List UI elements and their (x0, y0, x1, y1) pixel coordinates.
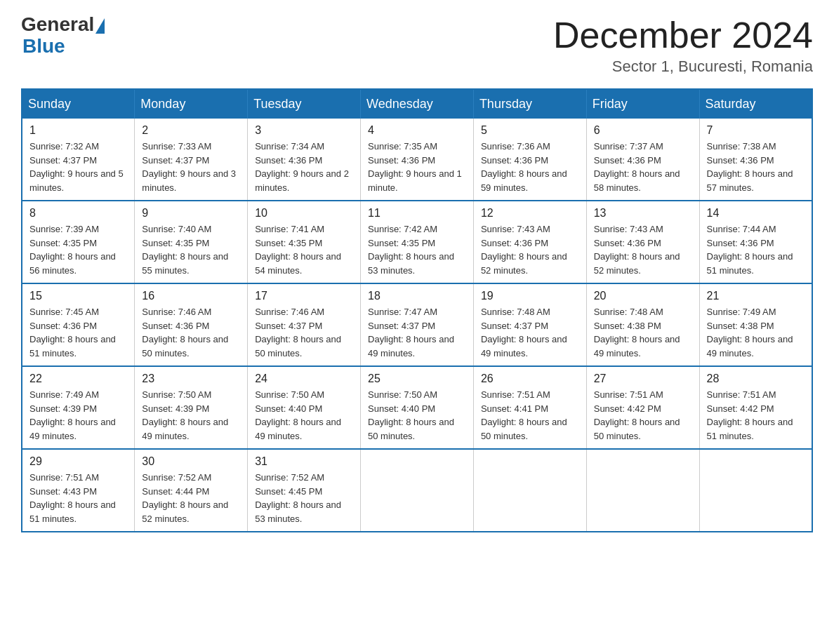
cell-week1-day1: 2 Sunrise: 7:33 AM Sunset: 4:37 PM Dayli… (135, 119, 248, 201)
day-number: 19 (481, 290, 579, 302)
day-number: 6 (594, 124, 692, 137)
day-number: 13 (594, 207, 692, 220)
day-info: Sunrise: 7:38 AM Sunset: 4:36 PM Dayligh… (707, 140, 805, 194)
day-info: Sunrise: 7:44 AM Sunset: 4:36 PM Dayligh… (707, 222, 805, 277)
day-info: Sunrise: 7:40 AM Sunset: 4:35 PM Dayligh… (142, 222, 240, 277)
day-number: 16 (142, 290, 240, 302)
day-number: 1 (29, 124, 127, 137)
day-number: 8 (29, 207, 127, 220)
cell-week5-day1: 30 Sunrise: 7:52 AM Sunset: 4:44 PM Dayl… (135, 449, 248, 532)
calendar-header-right: December 2024 Sector 1, Bucuresti, Roman… (553, 14, 813, 76)
day-info: Sunrise: 7:41 AM Sunset: 4:35 PM Dayligh… (255, 222, 353, 277)
day-info: Sunrise: 7:52 AM Sunset: 4:44 PM Dayligh… (142, 471, 240, 525)
cell-week5-day4 (473, 449, 586, 532)
day-info: Sunrise: 7:46 AM Sunset: 4:36 PM Dayligh… (142, 305, 240, 360)
cell-week2-day6: 14 Sunrise: 7:44 AM Sunset: 4:36 PM Dayl… (699, 201, 812, 283)
cell-week5-day6 (699, 449, 812, 532)
day-info: Sunrise: 7:36 AM Sunset: 4:36 PM Dayligh… (481, 140, 579, 194)
day-info: Sunrise: 7:52 AM Sunset: 4:45 PM Dayligh… (255, 471, 353, 525)
day-info: Sunrise: 7:51 AM Sunset: 4:43 PM Dayligh… (29, 471, 127, 525)
col-saturday: Saturday (699, 89, 812, 119)
day-info: Sunrise: 7:47 AM Sunset: 4:37 PM Dayligh… (368, 305, 466, 360)
day-info: Sunrise: 7:42 AM Sunset: 4:35 PM Dayligh… (368, 222, 466, 277)
day-number: 17 (255, 290, 353, 302)
day-number: 27 (594, 373, 692, 385)
day-number: 20 (594, 290, 692, 302)
cell-week3-day6: 21 Sunrise: 7:49 AM Sunset: 4:38 PM Dayl… (699, 283, 812, 366)
day-info: Sunrise: 7:50 AM Sunset: 4:39 PM Dayligh… (142, 388, 240, 443)
day-info: Sunrise: 7:43 AM Sunset: 4:36 PM Dayligh… (481, 222, 579, 277)
day-info: Sunrise: 7:43 AM Sunset: 4:36 PM Dayligh… (594, 222, 692, 277)
calendar-location: Sector 1, Bucuresti, Romania (553, 58, 813, 76)
logo-general-label: General (21, 14, 94, 36)
cell-week4-day5: 27 Sunrise: 7:51 AM Sunset: 4:42 PM Dayl… (586, 366, 699, 449)
col-friday: Friday (586, 89, 699, 119)
day-info: Sunrise: 7:45 AM Sunset: 4:36 PM Dayligh… (29, 305, 127, 360)
cell-week2-day1: 9 Sunrise: 7:40 AM Sunset: 4:35 PM Dayli… (135, 201, 248, 283)
day-info: Sunrise: 7:51 AM Sunset: 4:42 PM Dayligh… (594, 388, 692, 443)
day-info: Sunrise: 7:50 AM Sunset: 4:40 PM Dayligh… (255, 388, 353, 443)
calendar-header-row: Sunday Monday Tuesday Wednesday Thursday… (22, 89, 812, 119)
logo-triangle-icon (95, 18, 105, 34)
day-number: 11 (368, 207, 466, 220)
day-info: Sunrise: 7:50 AM Sunset: 4:40 PM Dayligh… (368, 388, 466, 443)
cell-week2-day3: 11 Sunrise: 7:42 AM Sunset: 4:35 PM Dayl… (361, 201, 474, 283)
day-number: 10 (255, 207, 353, 220)
day-number: 26 (481, 373, 579, 385)
cell-week2-day0: 8 Sunrise: 7:39 AM Sunset: 4:35 PM Dayli… (22, 201, 135, 283)
day-number: 5 (481, 124, 579, 137)
cell-week1-day2: 3 Sunrise: 7:34 AM Sunset: 4:36 PM Dayli… (248, 119, 361, 201)
day-number: 15 (29, 290, 127, 302)
cell-week1-day4: 5 Sunrise: 7:36 AM Sunset: 4:36 PM Dayli… (473, 119, 586, 201)
day-info: Sunrise: 7:48 AM Sunset: 4:38 PM Dayligh… (594, 305, 692, 360)
cell-week4-day1: 23 Sunrise: 7:50 AM Sunset: 4:39 PM Dayl… (135, 366, 248, 449)
day-number: 7 (707, 124, 805, 137)
day-number: 9 (142, 207, 240, 220)
day-info: Sunrise: 7:37 AM Sunset: 4:36 PM Dayligh… (594, 140, 692, 194)
cell-week4-day2: 24 Sunrise: 7:50 AM Sunset: 4:40 PM Dayl… (248, 366, 361, 449)
day-info: Sunrise: 7:33 AM Sunset: 4:37 PM Dayligh… (142, 140, 240, 194)
week-row-5: 29 Sunrise: 7:51 AM Sunset: 4:43 PM Dayl… (22, 449, 812, 532)
day-info: Sunrise: 7:46 AM Sunset: 4:37 PM Dayligh… (255, 305, 353, 360)
day-info: Sunrise: 7:35 AM Sunset: 4:36 PM Dayligh… (368, 140, 466, 194)
week-row-4: 22 Sunrise: 7:49 AM Sunset: 4:39 PM Dayl… (22, 366, 812, 449)
day-number: 23 (142, 373, 240, 385)
day-number: 25 (368, 373, 466, 385)
week-row-2: 8 Sunrise: 7:39 AM Sunset: 4:35 PM Dayli… (22, 201, 812, 283)
cell-week3-day4: 19 Sunrise: 7:48 AM Sunset: 4:37 PM Dayl… (473, 283, 586, 366)
day-info: Sunrise: 7:49 AM Sunset: 4:38 PM Dayligh… (707, 305, 805, 360)
logo-blue-label: Blue (21, 36, 105, 58)
day-info: Sunrise: 7:32 AM Sunset: 4:37 PM Dayligh… (29, 140, 127, 194)
cell-week4-day3: 25 Sunrise: 7:50 AM Sunset: 4:40 PM Dayl… (361, 366, 474, 449)
cell-week1-day0: 1 Sunrise: 7:32 AM Sunset: 4:37 PM Dayli… (22, 119, 135, 201)
col-tuesday: Tuesday (248, 89, 361, 119)
day-info: Sunrise: 7:39 AM Sunset: 4:35 PM Dayligh… (29, 222, 127, 277)
day-number: 14 (707, 207, 805, 220)
cell-week3-day5: 20 Sunrise: 7:48 AM Sunset: 4:38 PM Dayl… (586, 283, 699, 366)
week-row-1: 1 Sunrise: 7:32 AM Sunset: 4:37 PM Dayli… (22, 119, 812, 201)
cell-week2-day5: 13 Sunrise: 7:43 AM Sunset: 4:36 PM Dayl… (586, 201, 699, 283)
col-wednesday: Wednesday (361, 89, 474, 119)
cell-week3-day0: 15 Sunrise: 7:45 AM Sunset: 4:36 PM Dayl… (22, 283, 135, 366)
cell-week2-day2: 10 Sunrise: 7:41 AM Sunset: 4:35 PM Dayl… (248, 201, 361, 283)
day-info: Sunrise: 7:51 AM Sunset: 4:41 PM Dayligh… (481, 388, 579, 443)
day-info: Sunrise: 7:34 AM Sunset: 4:36 PM Dayligh… (255, 140, 353, 194)
day-info: Sunrise: 7:51 AM Sunset: 4:42 PM Dayligh… (707, 388, 805, 443)
cell-week5-day0: 29 Sunrise: 7:51 AM Sunset: 4:43 PM Dayl… (22, 449, 135, 532)
col-sunday: Sunday (22, 89, 135, 119)
day-number: 29 (29, 455, 127, 468)
day-number: 18 (368, 290, 466, 302)
day-number: 4 (368, 124, 466, 137)
day-info: Sunrise: 7:49 AM Sunset: 4:39 PM Dayligh… (29, 388, 127, 443)
day-number: 24 (255, 373, 353, 385)
day-number: 28 (707, 373, 805, 385)
cell-week5-day3 (361, 449, 474, 532)
day-number: 3 (255, 124, 353, 137)
cell-week2-day4: 12 Sunrise: 7:43 AM Sunset: 4:36 PM Dayl… (473, 201, 586, 283)
day-info: Sunrise: 7:48 AM Sunset: 4:37 PM Dayligh… (481, 305, 579, 360)
cell-week1-day3: 4 Sunrise: 7:35 AM Sunset: 4:36 PM Dayli… (361, 119, 474, 201)
cell-week1-day5: 6 Sunrise: 7:37 AM Sunset: 4:36 PM Dayli… (586, 119, 699, 201)
day-number: 2 (142, 124, 240, 137)
cell-week3-day3: 18 Sunrise: 7:47 AM Sunset: 4:37 PM Dayl… (361, 283, 474, 366)
day-number: 22 (29, 373, 127, 385)
